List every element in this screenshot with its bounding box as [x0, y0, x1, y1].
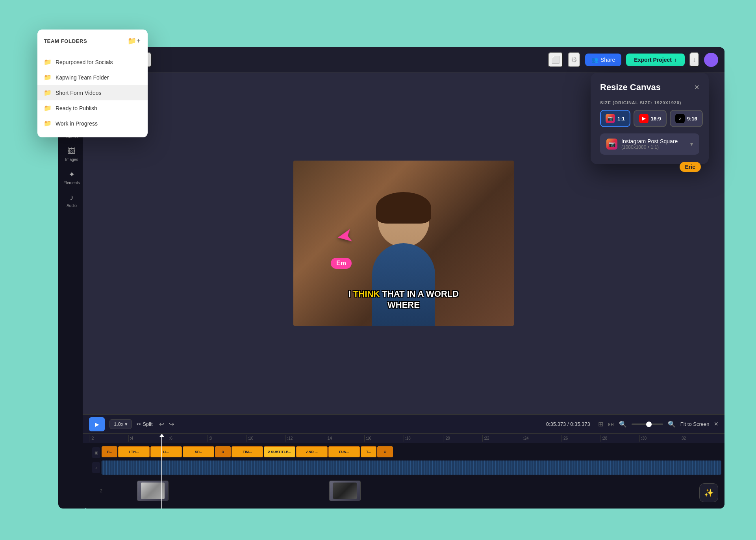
size-label: SIZE (Original Size: 1920x1920)	[600, 100, 699, 105]
track-1-content[interactable]: P...I TH...LI...SP...DTIM...2 SUBTITLE..…	[102, 446, 721, 459]
format-name: Instagram Post Square	[621, 138, 678, 144]
video-preview: ➤ Em I THINK THAT IN A WORLD WHERE	[293, 161, 514, 326]
team-folders-panel: TEAM FOLDERS 📁+ 📁 Repurposed for Socials…	[37, 30, 148, 137]
ruler-mark: :26	[561, 435, 600, 442]
tracks-container: ▣ P...I TH...LI...SP...DTIM...2 SUBTITLE…	[83, 443, 724, 477]
scissors-icon: ✂	[137, 421, 141, 427]
track-segment[interactable]: FUN...	[328, 446, 360, 457]
sidebar-item-elements-label: Elements	[63, 181, 80, 185]
subtitle-part1: I	[348, 289, 353, 299]
folder-icon-kapwing: 📁	[44, 74, 52, 81]
folder-item-repurposed[interactable]: 📁 Repurposed for Socials	[37, 54, 148, 70]
folder-icon-repurposed: 📁	[44, 58, 52, 66]
track-segment[interactable]: P...	[102, 446, 117, 457]
split-button[interactable]: ✂ Split	[137, 421, 152, 427]
audio-icon: ♪	[70, 193, 74, 202]
ruler-marks: :2:4:6:8:10:12:14:16:18:20:22:24:26:28:3…	[89, 435, 718, 442]
ruler-mark: :32	[679, 435, 718, 442]
thumb-2-content	[330, 481, 360, 501]
aspect-9-16-label: 9:16	[687, 116, 697, 122]
sidebar-item-images[interactable]: 🖼 Images	[60, 144, 83, 165]
elements-icon: ✦	[69, 170, 75, 179]
folder-label-ready: Ready to Publish	[56, 105, 97, 111]
format-size: (1080x1080 • 1:1)	[621, 144, 678, 150]
track-segment[interactable]: SP...	[183, 446, 214, 457]
track-segment[interactable]: TIM...	[232, 446, 263, 457]
track-segment[interactable]: LI...	[150, 446, 182, 457]
redo-button[interactable]: ↪	[167, 419, 176, 429]
tiktok-icon: ♪	[675, 114, 685, 123]
folder-label-repurposed: Repurposed for Socials	[56, 59, 113, 65]
close-timeline-button[interactable]: ×	[714, 420, 718, 428]
speed-button[interactable]: 1.0x ▾	[109, 419, 132, 429]
team-folders-title: TEAM FOLDERS	[44, 38, 87, 44]
subtitle-part2: THAT IN A WORLD	[380, 289, 459, 299]
images-icon: 🖼	[68, 147, 76, 156]
folder-item-kapwing[interactable]: 📁 Kapwing Team Folder	[37, 70, 148, 85]
folder-label-wip: Work in Progress	[56, 120, 98, 127]
new-folder-button[interactable]: 📁+	[127, 36, 141, 46]
subtitle-text: I THINK THAT IN A WORLD WHERE	[348, 289, 459, 310]
download-button[interactable]: ↓	[689, 52, 699, 67]
track-segment[interactable]: D	[215, 446, 231, 457]
export-button[interactable]: Export Project ↑	[626, 54, 685, 66]
track-segment[interactable]: AND ...	[296, 446, 328, 457]
sparkle-button[interactable]: ✨	[699, 483, 718, 502]
play-button[interactable]: ▶	[89, 417, 105, 431]
subtitle-highlight: THINK	[353, 289, 380, 299]
ruler-mark: :28	[600, 435, 639, 442]
format-info: 📷 Instagram Post Square (1080x1080 • 1:1…	[606, 138, 678, 150]
aspect-1-1-label: 1:1	[617, 116, 625, 122]
folder-item-wip[interactable]: 📁 Work in Progress	[37, 116, 148, 131]
aspect-ratio-16-9[interactable]: ▶ 16:9	[634, 110, 667, 127]
zoom-slider[interactable]	[632, 423, 663, 425]
video-background: ➤ Em I THINK THAT IN A WORLD WHERE	[293, 161, 514, 326]
em-badge: Em	[331, 258, 352, 269]
sidebar-item-elements[interactable]: ✦ Elements	[60, 166, 83, 188]
ruler-mark: :18	[404, 435, 443, 442]
selected-format[interactable]: 📷 Instagram Post Square (1080x1080 • 1:1…	[600, 133, 699, 155]
caption-button[interactable]: ⬜	[548, 52, 563, 67]
fit-to-screen-button[interactable]: Fit to Screen	[680, 421, 710, 427]
track-segment[interactable]: I TH...	[118, 446, 150, 457]
folder-item-ready[interactable]: 📁 Ready to Publish	[37, 100, 148, 116]
ruler-mark: :14	[325, 435, 364, 442]
resize-panel-title: Resize Canvas	[600, 82, 661, 92]
track-1-icon: ▣	[92, 447, 100, 458]
undo-button[interactable]: ↩	[158, 419, 166, 429]
resize-canvas-panel: Resize Canvas × SIZE (Original Size: 192…	[591, 73, 709, 164]
resize-panel-header: Resize Canvas ×	[600, 82, 699, 92]
folder-item-shortform[interactable]: 📁 Short Form Videos Julia	[37, 85, 148, 100]
folder-list: 📁 Repurposed for Socials 📁 Kapwing Team …	[37, 54, 148, 131]
audio-wave	[102, 460, 721, 475]
aspect-ratio-1-1[interactable]: 📷 1:1	[600, 110, 630, 127]
track-segment[interactable]: O	[377, 446, 393, 457]
speed-label: 1.0x	[114, 421, 124, 427]
share-icon: 👥	[591, 57, 598, 63]
playhead	[161, 434, 162, 509]
ruler-mark: :16	[364, 435, 404, 442]
sidebar-item-audio[interactable]: ♪ Audio	[60, 190, 83, 211]
track-segment[interactable]: T...	[361, 446, 376, 457]
aspect-ratios: 📷 1:1 ▶ 16:9 ♪ 9:16	[600, 110, 699, 127]
settings-button[interactable]: ⚙	[568, 52, 580, 67]
audio-track	[102, 460, 721, 475]
sparkle-icon: ✨	[704, 488, 714, 497]
thumbnail-1	[137, 481, 169, 501]
undo-redo: ↩ ↪	[158, 419, 176, 429]
aspect-ratio-9-16[interactable]: ♪ 9:16	[670, 110, 703, 127]
sidebar-item-audio-label: Audio	[67, 203, 77, 208]
youtube-icon: ▶	[639, 114, 649, 123]
track-segment[interactable]: 2 SUBTITLE...	[264, 446, 295, 457]
subtitle-line1: I THINK THAT IN A WORLD	[348, 289, 459, 299]
sidebar-item-images-label: Images	[65, 157, 78, 162]
resize-panel-close-button[interactable]: ×	[694, 83, 699, 92]
play-icon: ▶	[95, 421, 99, 427]
share-button[interactable]: 👥 Share	[585, 54, 621, 66]
instagram-icon: 📷	[606, 114, 615, 123]
folder-icon-wip: 📁	[44, 120, 52, 127]
ruler-mark: :24	[522, 435, 561, 442]
track-2: ♪	[86, 460, 721, 475]
cursor-arrow: ➤	[335, 223, 355, 248]
ruler-mark: :6	[168, 435, 207, 442]
